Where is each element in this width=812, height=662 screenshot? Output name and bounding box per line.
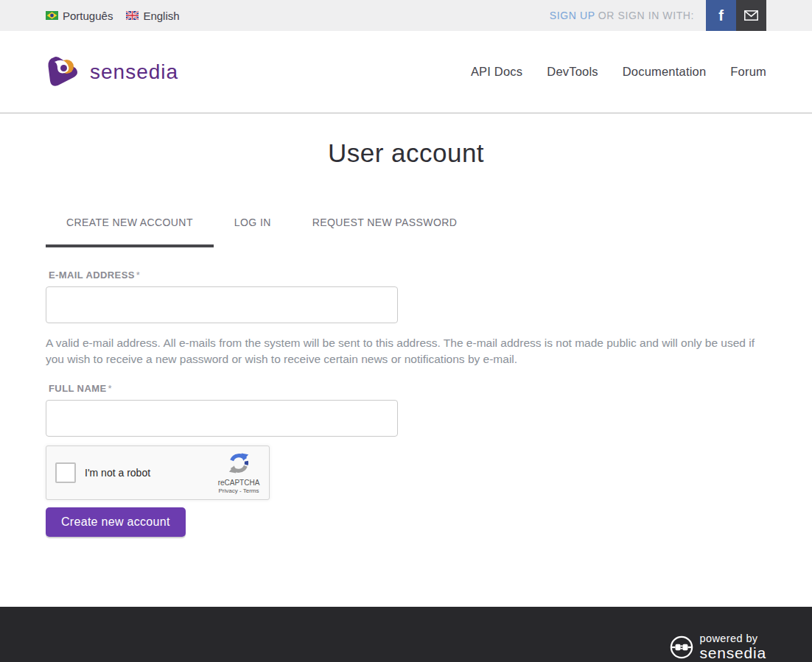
recaptcha-links: Privacy - Terms	[211, 487, 266, 494]
recaptcha-logo-icon	[228, 464, 250, 476]
create-new-account-button[interactable]: Create new account	[46, 507, 186, 537]
signin-area: SIGN UP OR SIGN IN WITH: f	[550, 0, 766, 31]
sensedia-plug-icon	[670, 635, 693, 659]
email-help-text: A valid e-mail address. All e-mails from…	[46, 335, 766, 367]
email-label: E-MAIL ADDRESS*	[49, 270, 766, 281]
language-switcher: Português English	[46, 0, 180, 31]
powered-by-sensedia-logo[interactable]: powered by sensedia	[670, 633, 766, 661]
facebook-icon: f	[718, 7, 724, 24]
nav-item-devtools[interactable]: DevTools	[547, 65, 598, 78]
recaptcha-checkbox[interactable]	[55, 462, 76, 483]
sensedia-logo[interactable]: sensedia	[46, 54, 178, 90]
facebook-signin-button[interactable]: f	[706, 0, 736, 31]
topbar: Português English SIGN U	[0, 0, 812, 31]
tab-create-new-account[interactable]: CREATE NEW ACCOUNT	[46, 216, 214, 247]
required-mark: *	[136, 270, 140, 281]
language-label: Português	[63, 10, 113, 22]
nav-item-documentation[interactable]: Documentation	[623, 65, 707, 78]
brazil-flag-icon	[46, 11, 58, 20]
email-field[interactable]	[46, 286, 398, 323]
uk-flag-icon	[126, 11, 139, 20]
recaptcha-terms-link[interactable]: Terms	[243, 487, 259, 494]
nav-item-forum[interactable]: Forum	[730, 65, 766, 78]
powered-by-text: powered by sensedia	[700, 633, 766, 661]
tab-log-in[interactable]: LOG IN	[214, 216, 292, 247]
language-link-english[interactable]: English	[126, 10, 179, 22]
sensedia-logo-mark-icon	[46, 54, 81, 90]
account-tabs: CREATE NEW ACCOUNT LOG IN REQUEST NEW PA…	[46, 216, 766, 247]
create-account-form: E-MAIL ADDRESS* A valid e-mail address. …	[46, 270, 766, 537]
recaptcha-brand-text: reCAPTCHA	[211, 479, 266, 487]
recaptcha-privacy-link[interactable]: Privacy	[219, 487, 238, 494]
sign-up-link[interactable]: SIGN UP	[550, 10, 595, 21]
signin-text: SIGN UP OR SIGN IN WITH:	[550, 10, 694, 21]
language-link-portugues[interactable]: Português	[46, 10, 113, 22]
email-signin-button[interactable]	[736, 0, 766, 31]
recaptcha-label: I'm not a robot	[85, 467, 211, 479]
tab-request-new-password[interactable]: REQUEST NEW PASSWORD	[292, 216, 478, 247]
full-name-label: FULL NAME*	[49, 383, 766, 394]
required-mark: *	[108, 383, 111, 394]
site-footer: powered by sensedia	[0, 607, 812, 662]
envelope-icon	[744, 10, 758, 21]
main-content: User account CREATE NEW ACCOUNT LOG IN R…	[0, 138, 812, 607]
site-header: sensedia API Docs DevTools Documentation…	[0, 31, 812, 113]
full-name-field[interactable]	[46, 400, 398, 437]
recaptcha-branding: reCAPTCHA Privacy - Terms	[211, 452, 266, 494]
sensedia-wordmark: sensedia	[90, 60, 178, 84]
main-nav: API Docs DevTools Documentation Forum	[471, 65, 766, 79]
or-sign-in-with-text: OR SIGN IN WITH:	[598, 10, 694, 21]
language-label: English	[143, 10, 179, 22]
nav-item-api-docs[interactable]: API Docs	[471, 65, 522, 78]
recaptcha-widget: I'm not a robot reCAPTCHA Privacy - Term…	[46, 446, 270, 500]
page-title: User account	[0, 138, 812, 168]
